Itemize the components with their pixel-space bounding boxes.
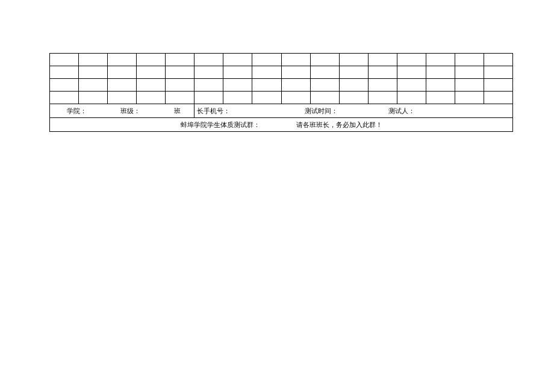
- phone-label: 长手机号：: [197, 107, 230, 116]
- table-cell: [79, 54, 108, 66]
- table-cell: [195, 92, 223, 104]
- table-row: [50, 92, 513, 104]
- table-cell: [223, 92, 252, 104]
- table-cell: [166, 66, 195, 79]
- table-cell: [195, 66, 223, 79]
- table-cell: [310, 92, 339, 104]
- table-cell: [339, 92, 368, 104]
- table-cell: [310, 66, 339, 79]
- table-cell: [426, 66, 455, 79]
- table-cell: [137, 54, 166, 66]
- table-cell: [310, 54, 339, 66]
- info-cell-left: 学院： 班级： 班: [50, 104, 195, 118]
- table-cell: [108, 66, 137, 79]
- table-cell: [79, 66, 108, 79]
- table-cell: [281, 54, 310, 66]
- ban-suffix: 班: [143, 107, 181, 116]
- table-cell: [455, 54, 484, 66]
- table-cell: [50, 79, 79, 92]
- college-label: 学院：: [52, 107, 87, 116]
- table-cell: [484, 79, 512, 92]
- table-cell: [368, 54, 397, 66]
- table-cell: [252, 66, 281, 79]
- table-cell: [50, 92, 79, 104]
- table-cell: [426, 54, 455, 66]
- table-cell: [223, 54, 252, 66]
- table-cell: [223, 79, 252, 92]
- table-cell: [166, 79, 195, 92]
- table-cell: [50, 54, 79, 66]
- table-cell: [339, 79, 368, 92]
- table-cell: [455, 79, 484, 92]
- table-row: [50, 66, 513, 79]
- table-row: [50, 79, 513, 92]
- table-cell: [397, 54, 426, 66]
- table-cell: [137, 92, 166, 104]
- table-cell: [79, 79, 108, 92]
- table-cell: [368, 92, 397, 104]
- test-time-label: 测试时间：: [232, 107, 338, 116]
- table-cell: [455, 66, 484, 79]
- table-cell: [368, 66, 397, 79]
- table-cell: [223, 66, 252, 79]
- table-cell: [108, 92, 137, 104]
- table-cell: [397, 66, 426, 79]
- table-cell: [281, 92, 310, 104]
- table-cell: [368, 79, 397, 92]
- table-cell: [339, 66, 368, 79]
- table-cell: [252, 92, 281, 104]
- tester-label: 测试人：: [340, 107, 415, 116]
- table-cell: [108, 54, 137, 66]
- table-cell: [426, 79, 455, 92]
- footer-row: 蚌埠学院学生体质测试群： 请各班班长，务必加入此群！: [50, 118, 513, 132]
- footer-cell: 蚌埠学院学生体质测试群： 请各班班长，务必加入此群！: [50, 118, 513, 132]
- table-cell: [166, 92, 195, 104]
- table-cell: [281, 66, 310, 79]
- table-cell: [137, 79, 166, 92]
- form-table: 学院： 班级： 班 长手机号： 测试时间： 测试人： 蚌埠学院学生体: [49, 53, 513, 132]
- table-row: [50, 54, 513, 66]
- info-cell-right: 长手机号： 测试时间： 测试人：: [195, 104, 513, 118]
- table-cell: [195, 54, 223, 66]
- class-label: 班级：: [89, 107, 140, 116]
- table-cell: [484, 54, 512, 66]
- info-row: 学院： 班级： 班 长手机号： 测试时间： 测试人：: [50, 104, 513, 118]
- table-cell: [195, 79, 223, 92]
- table-cell: [166, 54, 195, 66]
- table-cell: [397, 92, 426, 104]
- form-table-container: 学院： 班级： 班 长手机号： 测试时间： 测试人： 蚌埠学院学生体: [49, 53, 513, 132]
- group-label: 蚌埠学院学生体质测试群：: [181, 120, 260, 129]
- table-cell: [339, 54, 368, 66]
- table-cell: [484, 66, 512, 79]
- table-cell: [281, 79, 310, 92]
- table-cell: [252, 79, 281, 92]
- table-cell: [484, 92, 512, 104]
- table-cell: [397, 79, 426, 92]
- table-cell: [426, 92, 455, 104]
- table-cell: [50, 66, 79, 79]
- table-cell: [137, 66, 166, 79]
- table-cell: [252, 54, 281, 66]
- table-cell: [108, 79, 137, 92]
- table-cell: [79, 92, 108, 104]
- notice-text: 请各班班长，务必加入此群！: [296, 120, 382, 129]
- table-cell: [310, 79, 339, 92]
- table-cell: [455, 92, 484, 104]
